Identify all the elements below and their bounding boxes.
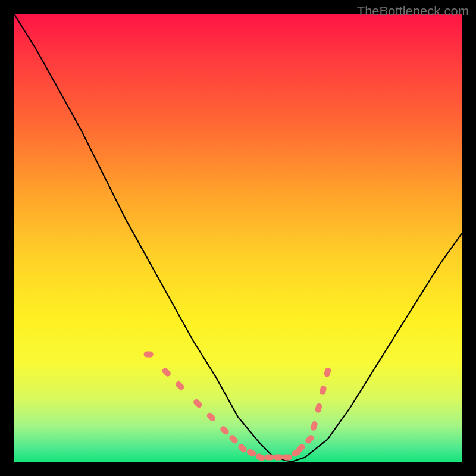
marker-dot [283, 455, 292, 461]
marker-dot [237, 443, 248, 453]
marker-dot [265, 455, 274, 461]
chart-frame [14, 14, 462, 462]
marker-dot [310, 421, 319, 431]
marker-dot [161, 367, 172, 377]
marker-dot [246, 448, 257, 458]
marker-dot [219, 425, 230, 436]
curve-line [14, 14, 462, 462]
marker-dot [319, 385, 327, 396]
marker-dot [206, 412, 217, 422]
marker-dot [255, 452, 266, 462]
marker-dot [174, 380, 185, 391]
chart-svg [14, 14, 462, 462]
curve-path [14, 14, 462, 462]
marker-dot [192, 398, 203, 409]
marker-dot [144, 352, 154, 358]
marker-dot [315, 403, 323, 414]
highlight-markers [144, 352, 332, 462]
marker-dot [304, 434, 315, 444]
marker-dot [324, 367, 332, 378]
marker-dot [228, 434, 239, 444]
watermark-text: TheBottleneck.com [357, 4, 469, 19]
marker-dot [274, 455, 283, 461]
